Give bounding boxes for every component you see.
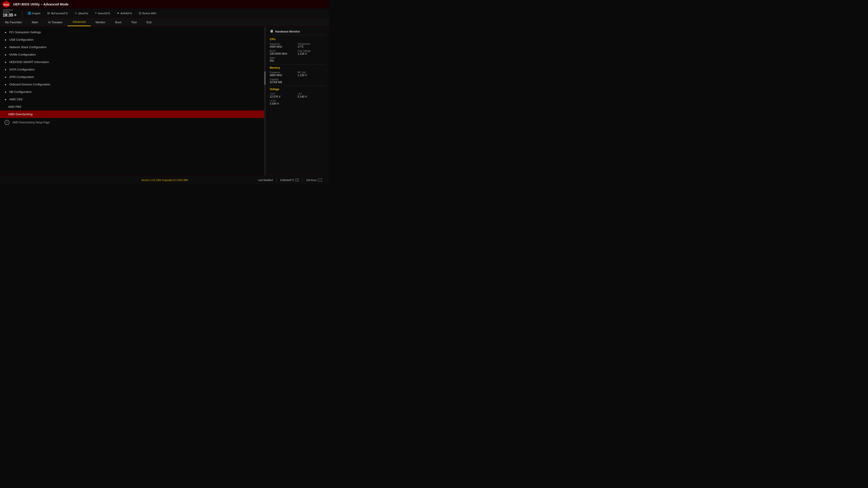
language-btn[interactable]: 🌐 English [26, 11, 42, 15]
hw-divider-2 [270, 86, 326, 86]
arrow-icon: ► [4, 83, 7, 86]
mem-capacity-value: 32768 MB [270, 80, 326, 84]
volt-33-value: 3.344 V [270, 102, 326, 105]
cpu-temperature-value: 17°C [298, 45, 326, 48]
cpu-freq-temp-row: Frequency 4500 MHz Temperature 17°C [270, 43, 326, 48]
search-btn[interactable]: ? Search(F9) [94, 11, 112, 15]
info-bar: i AMD Overclocking Setup Page [0, 118, 264, 127]
arrow-icon: ► [4, 76, 7, 78]
qfan-btn[interactable]: ∿ Qfan(F6) [73, 11, 90, 15]
nav-ai-tweaker[interactable]: Ai Tweaker [43, 18, 68, 26]
arrow-icon: ► [4, 53, 7, 56]
menu-item-hdd[interactable]: ► HDD/SSD SMART Information [0, 58, 264, 66]
menu-item-amd-pbs[interactable]: AMD PBS [0, 103, 264, 110]
time-display: 18:35 ⚙ [3, 13, 17, 18]
cpu-bclk-value: 100.0000 MHz [270, 52, 298, 55]
menu-item-onboard[interactable]: ► Onboard Devices Configuration [0, 80, 264, 88]
aura-btn[interactable]: ✦ AURA(F4) [116, 11, 133, 15]
volt-12-5-row: +12V 12.076 V +5V 5.140 V [270, 93, 326, 98]
cpu-ratio-value: 45x [270, 59, 326, 62]
app-title: UEFI BIOS Utility – Advanced Mode [13, 2, 68, 6]
menu-item-usb[interactable]: ► USB Configuration [0, 36, 264, 43]
arrow-icon: ► [4, 38, 7, 41]
ezmode-btn[interactable]: EzMode(F7) ⇥ [277, 177, 303, 183]
settings-icon[interactable]: ⚙ [14, 14, 17, 17]
scrollbar[interactable] [264, 27, 266, 175]
cpu-temperature-label: Temperature [298, 43, 326, 45]
resize-btn[interactable]: ⊡ ReSize BAR [137, 11, 158, 15]
cpu-core-voltage-value: 1.216 V [298, 52, 326, 55]
mem-mc-volt-col: MC Volt 1.120 V [298, 71, 326, 77]
header-divider-1 [22, 11, 22, 16]
version-text: Version 2.22.1284 Copyright (C) 2022 AMI [141, 179, 188, 182]
mem-capacity-row: Capacity 32768 MB [270, 78, 326, 84]
mem-capacity-col: Capacity 32768 MB [270, 78, 326, 84]
hotkeys-btn[interactable]: Hot Keys ? [303, 177, 326, 183]
resize-icon: ⊡ [139, 11, 141, 15]
volt-5-value: 5.140 V [298, 95, 326, 98]
menu-item-pci[interactable]: ► PCI Subsystem Settings [0, 29, 264, 36]
myfavorite-btn[interactable]: ⊟ MyFavorite(F3) [46, 11, 69, 15]
cpu-bclk-col: BCLK 100.0000 MHz [270, 50, 298, 55]
menu-item-amd-cbs[interactable]: ► AMD CBS [0, 96, 264, 103]
footer-buttons: Last Modified EzMode(F7) ⇥ Hot Keys ? [254, 177, 326, 183]
menu-item-nvme[interactable]: ► NVMe Configuration [0, 51, 264, 58]
volt-33-col: +3.3V 3.344 V [270, 100, 326, 105]
mem-frequency-value: 4800 MHz [270, 74, 298, 77]
volt-33-row: +3.3V 3.344 V [270, 100, 326, 105]
last-modified-btn[interactable]: Last Modified [254, 178, 276, 182]
voltage-section-title: Voltage [270, 88, 326, 91]
footer: Version 2.22.1284 Copyright (C) 2022 AMI… [0, 175, 329, 184]
volt-12-col: +12V 12.076 V [270, 93, 298, 98]
menu-item-apm[interactable]: ► APM Configuration [0, 73, 264, 80]
arrow-icon: ► [4, 31, 7, 34]
volt-5-label: +5V [298, 93, 326, 95]
menu-item-amd-oc[interactable]: AMD Overclocking [0, 110, 264, 118]
cpu-core-voltage-label: Core Voltage [298, 50, 326, 52]
search-icon: ? [95, 11, 96, 15]
rog-logo: ROG [3, 1, 10, 8]
svg-text:ROG: ROG [3, 3, 9, 6]
mem-frequency-label: Frequency [270, 71, 298, 74]
nav-my-favorites[interactable]: My Favorites [0, 18, 27, 26]
cpu-frequency-value: 4500 MHz [270, 45, 298, 48]
arrow-icon: ► [4, 46, 7, 48]
nav-tool[interactable]: Tool [126, 18, 142, 26]
cpu-core-voltage-col: Core Voltage 1.216 V [298, 50, 326, 55]
nav-advanced[interactable]: Advanced [68, 18, 91, 26]
nav-main[interactable]: Main [27, 18, 43, 26]
cpu-section-title: CPU [270, 38, 326, 41]
mem-freq-volt-row: Frequency 4800 MHz MC Volt 1.120 V [270, 71, 326, 77]
top-bar: ROG UEFI BIOS Utility – Advanced Mode [0, 0, 329, 8]
menu-item-network[interactable]: ► Network Stack Configuration [0, 43, 264, 51]
language-icon: 🌐 [28, 11, 31, 15]
nav-menu: My Favorites Main Ai Tweaker Advanced Mo… [0, 18, 329, 27]
menu-item-nb[interactable]: ► NB Configuration [0, 88, 264, 96]
content-area: ► PCI Subsystem Settings ► USB Configura… [0, 27, 264, 175]
nav-exit[interactable]: Exit [142, 18, 156, 26]
info-icon: i [4, 120, 9, 125]
arrow-icon: ► [4, 98, 7, 101]
datetime: 12/25/2022 Sunday 18:35 ⚙ [3, 9, 17, 18]
volt-33-label: +3.3V [270, 100, 326, 102]
nav-boot[interactable]: Boot [110, 18, 126, 26]
hotkeys-icon: ? [318, 178, 322, 182]
cpu-ratio-label: Ratio [270, 57, 326, 59]
arrow-icon: ► [4, 68, 7, 71]
mem-mc-volt-label: MC Volt [298, 71, 326, 74]
myfavorite-icon: ⊟ [47, 11, 50, 15]
qfan-icon: ∿ [74, 11, 77, 15]
hw-monitor-title: 🖥 Hardware Monitor [270, 29, 326, 35]
menu-item-sata[interactable]: ► SATA Configuration [0, 66, 264, 73]
cpu-frequency-label: Frequency [270, 43, 298, 45]
scroll-thumb [264, 71, 266, 85]
volt-12-value: 12.076 V [270, 95, 298, 98]
arrow-icon: ► [4, 91, 7, 93]
monitor-icon: 🖥 [270, 29, 273, 33]
cpu-ratio-col: Ratio 45x [270, 57, 326, 62]
volt-12-label: +12V [270, 93, 298, 95]
mem-mc-volt-value: 1.120 V [298, 74, 326, 77]
memory-section-title: Memory [270, 66, 326, 69]
cpu-frequency-col: Frequency 4500 MHz [270, 43, 298, 48]
nav-monitor[interactable]: Monitor [91, 18, 110, 26]
